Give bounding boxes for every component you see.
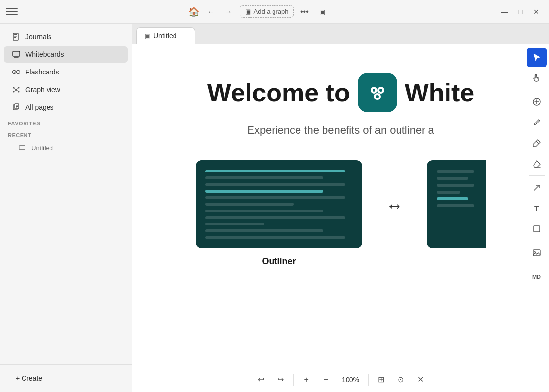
favorites-header: FAVORITES (0, 117, 132, 128)
title-bar-left (6, 6, 18, 18)
content-area: ▣ Untitled Welcome to (132, 24, 549, 392)
sidebar-footer: + Create (0, 364, 132, 392)
svg-line-35 (534, 185, 539, 190)
sidebar-item-graph-view[interactable]: Graph view (4, 81, 128, 98)
create-button[interactable]: + Create (8, 370, 124, 386)
all-pages-icon (12, 103, 21, 112)
sidebar-item-journals[interactable]: Journals (4, 28, 128, 45)
sidebar-nav: Journals Whiteboards (0, 24, 132, 364)
link-button[interactable]: ⊙ (392, 371, 410, 389)
graph-view-label: Graph view (25, 86, 60, 94)
zoom-in-button[interactable]: + (298, 371, 315, 389)
svg-line-16 (14, 90, 16, 92)
close-canvas-button[interactable]: ✕ (412, 371, 429, 389)
whiteboards-label: Whiteboards (25, 50, 64, 58)
welcome-subtitle: Experience the benefits of an outliner a (247, 124, 434, 137)
rtool-sep-1 (529, 90, 545, 90)
bottom-toolbar: ↩ ↪ + − 100% ⊞ ⊙ ✕ (132, 367, 549, 392)
close-button[interactable]: ✕ (529, 5, 543, 19)
cursor-tool-button[interactable] (527, 48, 547, 67)
back-button[interactable]: ← (204, 5, 218, 19)
image-tool-button[interactable] (527, 243, 547, 263)
svg-rect-23 (19, 146, 25, 150)
svg-rect-4 (13, 51, 20, 56)
partial-line-1 (437, 170, 474, 173)
add-graph-button[interactable]: ▣ Add a graph (240, 5, 294, 18)
minimize-button[interactable]: — (498, 5, 512, 19)
tab-untitled[interactable]: ▣ Untitled (136, 27, 195, 44)
svg-rect-36 (534, 226, 540, 232)
partial-line-6 (437, 204, 474, 207)
md-tool-button[interactable]: MD (527, 267, 547, 287)
feature-cards: Outliner ↔ (172, 160, 510, 267)
arrow-tool-button[interactable] (527, 178, 547, 197)
toolbar-separator-1 (293, 374, 294, 386)
text-tool-button[interactable]: T (527, 198, 547, 218)
card-line-5 (205, 196, 345, 199)
svg-point-29 (376, 95, 379, 98)
svg-rect-2 (14, 36, 17, 37)
app-logo (358, 73, 397, 112)
maximize-button[interactable]: □ (514, 5, 527, 19)
sidebar-item-flashcards[interactable]: Flashcards (4, 64, 128, 80)
rect-tool-button[interactable] (527, 219, 547, 239)
eraser-tool-button[interactable] (527, 154, 547, 173)
rtool-sep-4 (529, 265, 545, 265)
partial-line-3 (437, 184, 474, 187)
md-label: MD (532, 274, 541, 280)
text-tool-label: T (534, 204, 539, 213)
whiteboards-icon (12, 50, 21, 59)
card-line-11 (205, 236, 345, 239)
tab-title: Untitled (153, 32, 176, 40)
menu-button[interactable] (6, 6, 18, 18)
sidebar-toggle-button[interactable]: ▣ (315, 5, 329, 19)
journals-label: Journals (25, 33, 51, 41)
card-line-6 (205, 203, 294, 205)
svg-rect-1 (14, 34, 17, 35)
welcome-area: Welcome to White Experience the be (132, 44, 549, 367)
card-line-1 (205, 170, 345, 172)
redo-button[interactable]: ↪ (272, 371, 289, 389)
pen-tool-button[interactable] (527, 113, 547, 132)
zoom-out-button[interactable]: − (317, 371, 335, 389)
more-button[interactable]: ••• (298, 5, 311, 19)
title-bar: 🏠 ← → ▣ Add a graph ••• ▣ — □ ✕ (0, 0, 549, 24)
card-line-7 (205, 210, 323, 212)
card-line-9 (205, 223, 264, 225)
sidebar-item-whiteboards[interactable]: Whiteboards (4, 46, 128, 63)
svg-point-27 (373, 89, 375, 92)
partial-line-5 (437, 197, 468, 200)
all-pages-label: All pages (25, 103, 54, 111)
card-line-3 (205, 183, 345, 186)
title-bar-right: — □ ✕ (498, 5, 543, 19)
recent-item-icon (18, 144, 26, 152)
add-element-button[interactable] (527, 92, 547, 112)
rtool-sep-3 (529, 241, 545, 241)
add-graph-label: Add a graph (254, 8, 289, 15)
undo-button[interactable]: ↩ (252, 371, 270, 389)
recent-header: RECENT (0, 128, 132, 140)
create-label: + Create (16, 374, 42, 382)
feature-card-outliner: Outliner (196, 160, 362, 267)
tab-icon: ▣ (145, 32, 150, 40)
svg-line-14 (14, 88, 16, 90)
hand-tool-button[interactable] (527, 68, 547, 88)
svg-line-33 (536, 141, 539, 144)
toolbar-separator-2 (368, 374, 369, 386)
svg-point-38 (534, 251, 536, 253)
sidebar-item-all-pages[interactable]: All pages (4, 99, 128, 116)
svg-rect-37 (533, 250, 540, 256)
welcome-title: Welcome to White (207, 73, 474, 112)
svg-line-15 (16, 88, 19, 90)
welcome-title-text: Welcome to (207, 78, 350, 107)
home-button[interactable]: 🏠 (187, 5, 200, 19)
zoom-display: 100% (337, 374, 364, 386)
card-line-10 (205, 229, 323, 232)
marker-tool-button[interactable] (527, 133, 547, 153)
sidebar: Journals Whiteboards (0, 24, 132, 392)
forward-button[interactable]: → (222, 5, 236, 19)
grid-button[interactable]: ⊞ (373, 371, 390, 389)
recent-item-untitled[interactable]: Untitled (4, 141, 128, 155)
whiteboard-canvas[interactable]: Welcome to White Experience the be (132, 44, 549, 392)
welcome-title-after: White (405, 78, 474, 107)
